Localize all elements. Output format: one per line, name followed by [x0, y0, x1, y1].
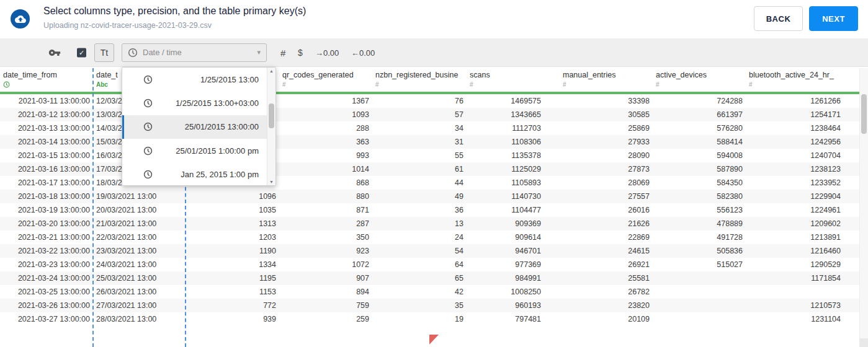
cell[interactable]: 28090: [560, 149, 653, 162]
cell[interactable]: 984991: [467, 271, 560, 285]
cell[interactable]: 1008250: [467, 285, 560, 299]
cell[interactable]: 2021-03-24 13:00:00: [0, 271, 93, 285]
cell[interactable]: 26921: [560, 258, 653, 271]
cell[interactable]: 27557: [560, 190, 653, 203]
vertical-scrollbar[interactable]: [859, 68, 868, 347]
cell[interactable]: 20/03/2021 13:00: [93, 203, 186, 217]
cell[interactable]: 907: [279, 271, 372, 285]
cell[interactable]: 993: [279, 149, 372, 162]
cell[interactable]: 23/03/2021 13:00: [93, 244, 186, 258]
column-separator[interactable]: [92, 68, 94, 347]
scroll-up-icon[interactable]: ▲: [267, 69, 275, 73]
cell[interactable]: 287: [279, 217, 372, 231]
cell[interactable]: 1261266: [746, 94, 844, 108]
cell[interactable]: 26016: [560, 203, 653, 217]
cell[interactable]: 44: [372, 176, 467, 190]
datetime-format-select[interactable]: Date / time ▾: [122, 43, 267, 62]
cell[interactable]: 556123: [653, 203, 746, 217]
cell[interactable]: 1190: [186, 244, 279, 258]
cell[interactable]: 35: [372, 299, 467, 312]
cell[interactable]: 350: [279, 231, 372, 244]
cell[interactable]: 939: [186, 312, 279, 326]
currency-type-button[interactable]: $: [298, 48, 303, 58]
column-header-qr_codes_generated[interactable]: qr_codes_generated#: [279, 68, 372, 92]
cell[interactable]: 1469575: [467, 94, 560, 108]
cell[interactable]: [653, 271, 746, 285]
cell[interactable]: 13: [372, 217, 467, 231]
cell[interactable]: 661397: [653, 108, 746, 121]
cell[interactable]: 491728: [653, 231, 746, 244]
cell[interactable]: 28/03/2021 13:00: [93, 312, 186, 326]
cell[interactable]: 894: [279, 285, 372, 299]
cell[interactable]: 909369: [467, 217, 560, 231]
cell[interactable]: 42: [372, 285, 467, 299]
cell[interactable]: 25581: [560, 271, 653, 285]
cell[interactable]: 27933: [560, 135, 653, 149]
cell[interactable]: 65: [372, 271, 467, 285]
cell[interactable]: 505836: [653, 244, 746, 258]
dropdown-scrollbar-thumb[interactable]: [269, 103, 274, 128]
cell[interactable]: 34: [372, 121, 467, 135]
cell[interactable]: 1171854: [746, 271, 844, 285]
column-header-scans[interactable]: scans#: [467, 68, 560, 92]
cell[interactable]: 1290529: [746, 258, 844, 271]
cell[interactable]: 868: [279, 176, 372, 190]
cell[interactable]: 1014: [279, 162, 372, 176]
back-button[interactable]: BACK: [754, 6, 803, 31]
cell[interactable]: 1104477: [467, 203, 560, 217]
cell[interactable]: 22869: [560, 231, 653, 244]
cell[interactable]: 33398: [560, 94, 653, 108]
cell[interactable]: 1096: [186, 190, 279, 203]
cell[interactable]: 2021-03-22 13:00:00: [0, 244, 93, 258]
cell[interactable]: 22/03/2021 13:00: [93, 231, 186, 244]
cell[interactable]: [746, 285, 844, 299]
dropdown-option[interactable]: 1/25/2015 13:00+03:00: [122, 91, 267, 115]
cell[interactable]: 25869: [560, 121, 653, 135]
cell[interactable]: 2021-03-23 13:00:00: [0, 258, 93, 271]
cell[interactable]: 24: [372, 231, 467, 244]
cell[interactable]: 288: [279, 121, 372, 135]
cell[interactable]: 23820: [560, 299, 653, 312]
cell[interactable]: 1254171: [746, 108, 844, 121]
cell[interactable]: 977369: [467, 258, 560, 271]
cell[interactable]: 2021-03-14 13:00:00: [0, 135, 93, 149]
cell[interactable]: 259: [279, 312, 372, 326]
primary-key-icon[interactable]: [48, 46, 61, 59]
cell[interactable]: 1209602: [746, 217, 844, 231]
dropdown-scrollbar[interactable]: ▲ ▼: [267, 68, 275, 185]
cell[interactable]: 2021-03-17 13:00:00: [0, 176, 93, 190]
cell[interactable]: 1334: [186, 258, 279, 271]
cell[interactable]: 28069: [560, 176, 653, 190]
remove-decimal-button[interactable]: ←0.00: [351, 48, 375, 57]
cell[interactable]: 27/03/2021 13:00: [93, 299, 186, 312]
cell[interactable]: 64: [372, 258, 467, 271]
cell[interactable]: 515027: [653, 258, 746, 271]
cell[interactable]: 2021-03-16 13:00:00: [0, 162, 93, 176]
cell[interactable]: 26782: [560, 285, 653, 299]
cell[interactable]: 21626: [560, 217, 653, 231]
cell[interactable]: 2021-03-25 13:00:00: [0, 285, 93, 299]
cell[interactable]: 1125029: [467, 162, 560, 176]
cell[interactable]: 25/03/2021 13:00: [93, 271, 186, 285]
cell[interactable]: 1240704: [746, 149, 844, 162]
dropdown-option[interactable]: 25/01/2015 1:00:00 pm: [122, 139, 267, 162]
text-type-button[interactable]: Tt: [94, 43, 114, 62]
cell[interactable]: 54: [372, 244, 467, 258]
cell[interactable]: 1229904: [746, 190, 844, 203]
cell[interactable]: 1367: [279, 94, 372, 108]
cell[interactable]: 1140730: [467, 190, 560, 203]
cell[interactable]: 1203: [186, 231, 279, 244]
cell[interactable]: 1112703: [467, 121, 560, 135]
cell[interactable]: 30585: [560, 108, 653, 121]
cell[interactable]: 19: [372, 312, 467, 326]
cell[interactable]: 1231104: [746, 312, 844, 326]
cell[interactable]: 871: [279, 203, 372, 217]
cell[interactable]: 49: [372, 190, 467, 203]
cell[interactable]: 27873: [560, 162, 653, 176]
cell[interactable]: 576280: [653, 121, 746, 135]
cell[interactable]: 19/03/2021 13:00: [93, 190, 186, 203]
cell[interactable]: 478889: [653, 217, 746, 231]
cell[interactable]: 2021-03-21 13:00:00: [0, 231, 93, 244]
dropdown-option[interactable]: Jan 25, 2015 1:00 pm: [122, 163, 267, 185]
next-button[interactable]: NEXT: [809, 6, 858, 31]
